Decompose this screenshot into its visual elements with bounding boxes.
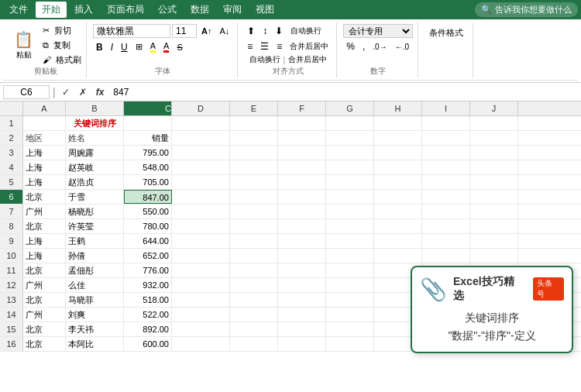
table-cell[interactable]	[230, 337, 278, 351]
align-left-button[interactable]: ≡	[244, 40, 256, 53]
paste-button[interactable]: 📋	[9, 30, 38, 49]
table-cell[interactable]	[422, 219, 470, 233]
table-cell[interactable]	[230, 308, 278, 322]
conditional-format-button[interactable]: 条件格式	[425, 24, 468, 42]
table-cell[interactable]	[172, 322, 230, 336]
table-cell[interactable]	[374, 249, 422, 263]
font-size-up-button[interactable]: A↑	[198, 25, 215, 37]
menu-item-review[interactable]: 审阅	[217, 2, 248, 18]
format-painter-button[interactable]: 🖌	[40, 53, 54, 66]
table-cell[interactable]	[326, 249, 374, 263]
table-cell[interactable]: 马晓菲	[66, 293, 124, 307]
table-cell[interactable]	[422, 249, 470, 263]
table-cell[interactable]: 赵英岐	[66, 160, 124, 174]
row-number[interactable]: 13	[0, 293, 23, 307]
bold-button[interactable]: B	[93, 40, 106, 54]
table-cell[interactable]	[278, 116, 326, 130]
copy-button[interactable]: ⧉	[40, 39, 52, 52]
row-number[interactable]: 8	[0, 219, 23, 233]
table-cell[interactable]	[278, 278, 326, 292]
font-color-button[interactable]: A	[160, 40, 172, 54]
table-cell[interactable]	[172, 337, 230, 351]
table-cell[interactable]	[172, 190, 230, 204]
table-cell[interactable]	[278, 263, 326, 277]
table-cell[interactable]	[230, 234, 278, 248]
row-number[interactable]: 9	[0, 234, 23, 248]
table-cell[interactable]: 522.00	[124, 308, 172, 322]
cell-reference-input[interactable]	[3, 85, 50, 99]
table-cell[interactable]	[278, 131, 326, 145]
table-cell[interactable]	[326, 205, 374, 218]
menu-item-view[interactable]: 视图	[249, 2, 280, 18]
underline-button[interactable]: U	[118, 40, 131, 54]
table-cell[interactable]	[230, 293, 278, 307]
table-cell[interactable]	[124, 116, 172, 130]
col-header-h[interactable]: H	[374, 101, 422, 115]
table-cell[interactable]	[470, 249, 518, 263]
col-header-c[interactable]: C	[124, 101, 172, 115]
table-cell[interactable]	[422, 116, 470, 130]
table-cell[interactable]	[230, 146, 278, 160]
table-cell[interactable]	[230, 249, 278, 263]
table-cell[interactable]: 李天祎	[66, 322, 124, 336]
merge-center-button[interactable]: 合并后居中	[287, 40, 332, 53]
align-right-button[interactable]: ≡	[273, 40, 285, 53]
table-cell[interactable]	[230, 190, 278, 204]
table-cell[interactable]	[326, 337, 374, 351]
row-number[interactable]: 10	[0, 249, 23, 263]
table-cell[interactable]: 许英莹	[66, 219, 124, 233]
table-cell[interactable]	[230, 322, 278, 336]
table-cell[interactable]	[422, 205, 470, 218]
formula-input[interactable]	[110, 86, 578, 98]
table-cell[interactable]: 北京	[23, 219, 66, 233]
table-cell[interactable]	[470, 175, 518, 189]
table-cell[interactable]	[278, 146, 326, 160]
col-header-i[interactable]: I	[422, 101, 470, 115]
table-cell[interactable]	[326, 175, 374, 189]
col-header-g[interactable]: G	[326, 101, 374, 115]
menu-item-data[interactable]: 数据	[184, 2, 215, 18]
search-box[interactable]: 🔍 告诉我你想要做什么	[475, 2, 578, 17]
table-cell[interactable]	[470, 160, 518, 174]
table-cell[interactable]: 847.00	[124, 190, 172, 204]
table-cell[interactable]	[172, 263, 230, 277]
table-cell[interactable]: 上海	[23, 160, 66, 174]
menu-item-page-layout[interactable]: 页面布局	[101, 2, 150, 18]
table-cell[interactable]: 孟佃彤	[66, 263, 124, 277]
table-cell[interactable]: 么佳	[66, 278, 124, 292]
table-cell[interactable]: 548.00	[124, 160, 172, 174]
table-cell[interactable]	[172, 160, 230, 174]
table-cell[interactable]	[278, 308, 326, 322]
table-cell[interactable]	[278, 219, 326, 233]
table-cell[interactable]: 北京	[23, 293, 66, 307]
row-number[interactable]: 11	[0, 263, 23, 277]
italic-button[interactable]: I	[108, 40, 116, 54]
col-header-a[interactable]: A	[23, 101, 66, 115]
table-cell[interactable]	[470, 146, 518, 160]
row-number[interactable]: 3	[0, 146, 23, 160]
table-cell[interactable]	[374, 116, 422, 130]
table-cell[interactable]	[172, 146, 230, 160]
number-format-select[interactable]: 会计专用	[343, 24, 413, 38]
table-cell[interactable]	[470, 116, 518, 130]
row-number[interactable]: 5	[0, 175, 23, 189]
increase-decimal-button[interactable]: .0→	[370, 41, 390, 53]
table-cell[interactable]	[230, 116, 278, 130]
table-cell[interactable]: 杨晓彤	[66, 205, 124, 218]
table-cell[interactable]	[422, 146, 470, 160]
table-cell[interactable]: 广州	[23, 278, 66, 292]
table-cell[interactable]	[470, 219, 518, 233]
row-number[interactable]: 7	[0, 205, 23, 218]
insert-function-button[interactable]: fx	[93, 87, 108, 98]
row-number[interactable]: 14	[0, 308, 23, 322]
table-cell[interactable]	[374, 146, 422, 160]
font-name-input[interactable]	[93, 24, 170, 38]
table-cell[interactable]	[374, 219, 422, 233]
table-cell[interactable]	[374, 175, 422, 189]
table-cell[interactable]	[278, 160, 326, 174]
table-cell[interactable]: 518.00	[124, 293, 172, 307]
table-cell[interactable]	[326, 219, 374, 233]
table-cell[interactable]	[230, 263, 278, 277]
table-cell[interactable]	[374, 131, 422, 145]
font-size-down-button[interactable]: A↓	[216, 25, 232, 37]
